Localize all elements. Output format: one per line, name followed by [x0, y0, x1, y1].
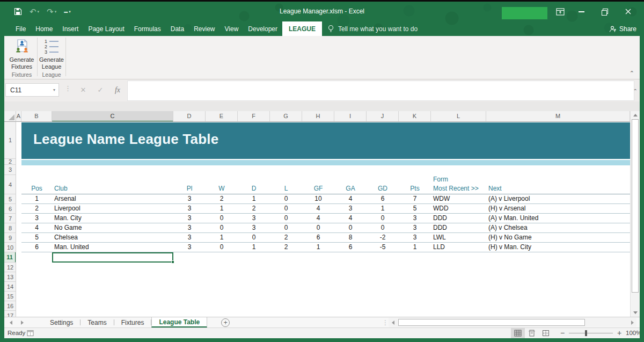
cell-ga[interactable]: 6 [334, 243, 367, 252]
cancel-entry-button[interactable]: ✕ [76, 83, 90, 97]
cell-pl[interactable]: 3 [173, 204, 206, 213]
cell-gd[interactable]: 1 [367, 204, 399, 213]
cell-form[interactable]: WDW [433, 194, 486, 203]
column-header-B[interactable]: B [21, 111, 52, 122]
scroll-right-button[interactable] [628, 321, 636, 325]
new-sheet-button[interactable]: + [221, 318, 230, 327]
cell-pl[interactable]: 3 [173, 214, 206, 223]
row-header-1[interactable]: 1 [4, 122, 16, 159]
name-box[interactable]: C11 ▾ [5, 83, 59, 97]
cell-pts[interactable]: 5 [399, 204, 431, 213]
macro-record-button[interactable] [27, 330, 34, 338]
cell-l[interactable]: 0 [270, 214, 302, 223]
sheet-tab-teams[interactable]: Teams [80, 317, 113, 328]
row-header-9[interactable]: 9 [4, 233, 16, 243]
row-header-11[interactable]: 11 [4, 252, 16, 263]
ribbon-tab-view[interactable]: View [220, 21, 244, 36]
vertical-scrollbar[interactable] [630, 111, 640, 317]
previous-sheet-button[interactable] [10, 321, 12, 325]
cell-d[interactable]: 0 [238, 233, 270, 242]
share-button[interactable]: Share [609, 21, 636, 36]
cell-gd[interactable]: -2 [367, 233, 399, 242]
cell-next[interactable]: (A) v Man. United [488, 214, 630, 223]
sheet-tab-league-table[interactable]: League Table [151, 317, 207, 328]
close-button[interactable] [620, 2, 636, 21]
cell-gf[interactable]: 4 [302, 214, 334, 223]
page-layout-view-button[interactable] [525, 328, 539, 338]
restore-down-button[interactable] [597, 2, 613, 21]
vertical-scroll-thumb[interactable] [632, 119, 639, 293]
cell-d[interactable]: 2 [238, 204, 270, 213]
cell-pl[interactable]: 3 [173, 194, 206, 203]
cell-pl[interactable]: 3 [173, 243, 206, 252]
cell-club[interactable]: Chelsea [54, 233, 173, 242]
cell-next[interactable]: (A) v Chelsea [488, 223, 630, 232]
row-header-2[interactable]: 2 [4, 159, 16, 165]
select-all-corner[interactable] [4, 111, 16, 122]
cell-pos[interactable]: 4 [21, 223, 52, 232]
cell-w[interactable]: 0 [206, 223, 238, 232]
cell-gf[interactable]: 10 [302, 194, 334, 203]
cell-l[interactable]: 2 [270, 233, 302, 242]
ribbon-tab-review[interactable]: Review [189, 21, 219, 36]
row-header-12[interactable]: 12 [4, 263, 16, 272]
cell-gf[interactable]: 6 [302, 233, 334, 242]
name-box-dropdown-caret[interactable]: ▾ [50, 88, 58, 92]
row-header-4[interactable]: 4 [4, 175, 16, 194]
page-break-preview-button[interactable] [539, 328, 553, 338]
ribbon-tab-insert[interactable]: Insert [57, 21, 83, 36]
cell-form[interactable]: DDD [433, 223, 486, 232]
cell-club[interactable]: Arsenal [54, 194, 173, 203]
cell-gf[interactable]: 1 [302, 243, 334, 252]
cell-gd[interactable]: 0 [367, 223, 399, 232]
cell-l[interactable]: 0 [270, 204, 302, 213]
cell-pos[interactable]: 1 [21, 194, 52, 203]
formula-input[interactable] [127, 81, 634, 101]
cell-pl[interactable]: 3 [173, 223, 206, 232]
minimize-button[interactable] [573, 2, 589, 21]
worksheet-area[interactable]: League Name League Table Form PosClubPlW… [16, 122, 630, 317]
cell-next[interactable]: (A) v Liverpool [488, 194, 630, 203]
scroll-left-button[interactable] [389, 321, 397, 325]
cell-pts[interactable]: 3 [399, 214, 431, 223]
expand-formula-bar-button[interactable]: ⌃ [633, 88, 638, 94]
cell-ga[interactable]: 4 [334, 214, 367, 223]
normal-view-button[interactable] [511, 328, 525, 338]
cell-club[interactable]: Man. United [54, 243, 173, 252]
ribbon-tab-data[interactable]: Data [166, 21, 189, 36]
tab-bar-grip[interactable]: ⋮ [382, 319, 389, 326]
next-sheet-button[interactable] [21, 321, 24, 325]
cell-pos[interactable]: 3 [21, 214, 52, 223]
cell-form[interactable]: DDD [433, 214, 486, 223]
cell-pts[interactable]: 3 [399, 233, 431, 242]
horizontal-scrollbar[interactable] [389, 318, 636, 327]
cell-next[interactable]: (H) v Man. City [488, 243, 630, 252]
cell-gf[interactable]: 4 [302, 204, 334, 213]
cell-club[interactable]: Liverpool [54, 204, 173, 213]
scroll-up-button[interactable] [631, 111, 640, 119]
cell-pts[interactable]: 7 [399, 194, 431, 203]
horizontal-scroll-thumb[interactable] [398, 319, 585, 326]
cell-next[interactable]: (H) v Arsenal [488, 204, 630, 213]
cell-gf[interactable]: 0 [302, 223, 334, 232]
ribbon-display-options-button[interactable] [552, 2, 568, 21]
column-header-L[interactable]: L [431, 111, 486, 122]
ribbon-tab-developer[interactable]: Developer [243, 21, 282, 36]
ribbon-tab-page-layout[interactable]: Page Layout [83, 21, 129, 36]
row-header-15[interactable]: 15 [4, 292, 16, 301]
row-header-14[interactable]: 14 [4, 282, 16, 292]
column-header-E[interactable]: E [206, 111, 238, 122]
column-header-F[interactable]: F [238, 111, 270, 122]
league-table-row-man-city[interactable]: 3Man. City30304403DDD(A) v Man. United [21, 214, 630, 223]
column-header-H[interactable]: H [302, 111, 334, 122]
cell-ga[interactable]: 3 [334, 204, 367, 213]
cell-gd[interactable]: -5 [367, 243, 399, 252]
row-header-5[interactable]: 5 [4, 194, 16, 204]
confirm-entry-button[interactable]: ✓ [93, 83, 107, 97]
cell-pos[interactable]: 2 [21, 204, 52, 213]
row-header-7[interactable]: 7 [4, 214, 16, 223]
zoom-in-button[interactable]: + [615, 328, 624, 338]
cell-w[interactable]: 2 [206, 194, 238, 203]
cell-pl[interactable]: 3 [173, 233, 206, 242]
league-table-row-man-united[interactable]: 6Man. United301216-51LLD(H) v Man. City [21, 243, 630, 252]
